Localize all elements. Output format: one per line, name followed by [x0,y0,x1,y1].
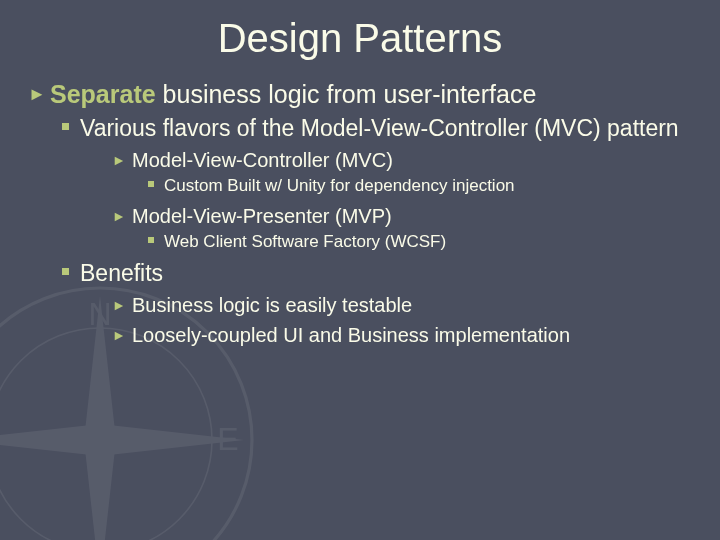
square-bullet-icon [148,181,154,187]
bullet-mvc-flavors: Various flavors of the Model-View-Contro… [28,114,692,143]
bullet-mvc: ► Model-View-Controller (MVC) [28,147,692,173]
mvp-detail-text: Web Client Software Factory (WCSF) [164,232,446,251]
benefit2-text: Loosely-coupled UI and Business implemen… [132,324,570,346]
bullet-benefits: Benefits [28,259,692,288]
slide-container: Design Patterns ► Separate business logi… [0,0,720,540]
mvc-detail-text: Custom Built w/ Unity for dependency inj… [164,176,515,195]
square-bullet-icon [148,237,154,243]
mvc-flavors-text: Various flavors of the Model-View-Contro… [80,115,679,141]
separate-text: business logic from user-interface [156,80,537,108]
benefit1-text: Business logic is easily testable [132,294,412,316]
bullet-separate: ► Separate business logic from user-inte… [28,79,692,110]
bullet-mvp: ► Model-View-Presenter (MVP) [28,203,692,229]
triangle-bullet-icon: ► [112,296,126,314]
square-bullet-icon [62,268,69,275]
bullet-benefit-2: ► Loosely-coupled UI and Business implem… [28,322,692,348]
triangle-bullet-icon: ► [112,207,126,225]
slide-title: Design Patterns [28,16,692,61]
bullet-mvp-detail: Web Client Software Factory (WCSF) [28,231,692,253]
square-bullet-icon [62,123,69,130]
triangle-bullet-icon: ► [112,326,126,344]
mvp-text: Model-View-Presenter (MVP) [132,205,392,227]
mvc-text: Model-View-Controller (MVC) [132,149,393,171]
bullet-mvc-detail: Custom Built w/ Unity for dependency inj… [28,175,692,197]
triangle-bullet-icon: ► [112,151,126,169]
separate-highlight: Separate [50,80,156,108]
benefits-text: Benefits [80,260,163,286]
triangle-bullet-icon: ► [28,83,46,106]
bullet-benefit-1: ► Business logic is easily testable [28,292,692,318]
